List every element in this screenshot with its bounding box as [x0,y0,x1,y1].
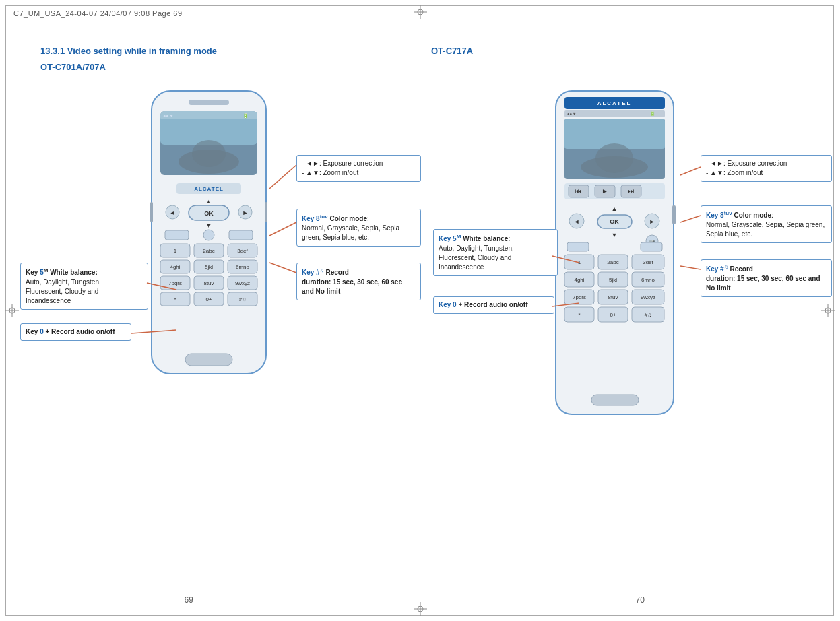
ra-key-left: Key 0 + Record audio on/off [26,328,115,335]
svg-text:►: ► [649,218,655,225]
svg-text:▲: ▲ [612,205,618,212]
svg-text:8tuv: 8tuv [203,280,214,286]
svg-text:🔋: 🔋 [243,112,249,119]
svg-rect-33 [165,230,189,240]
callout-color-mode-left: Key 8tuv Color mode: Normal, Grayscale, … [296,209,421,247]
callout-white-balance-right: Key 5M White balance: Auto, Daylight, Tu… [433,229,558,276]
svg-text:9wxyz: 9wxyz [235,280,250,286]
callout-record-audio-left: Key 0 + Record audio on/off [20,323,131,341]
svg-text:4ghi: 4ghi [574,277,584,283]
svg-text:OK: OK [610,218,619,225]
exposure-line1-right: - ◄►: Exposure correction [706,159,827,168]
divider-line [420,5,420,612]
svg-rect-120 [672,205,676,224]
svg-text:⏮: ⏮ [575,187,582,195]
svg-rect-119 [591,395,639,405]
svg-text:7pqrs: 7pqrs [168,280,182,286]
svg-text:1: 1 [578,259,581,265]
callout-exposure-right: - ◄►: Exposure correction - ▲▼: Zoom in/… [701,155,832,182]
svg-text:ALCATEL: ALCATEL [597,100,632,106]
svg-text:#♫: #♫ [239,296,246,302]
callout-record-duration-left: Key #♫ Recordduration: 15 sec, 30 sec, 6… [296,263,421,300]
callout-white-balance-left: Key 5M White balance: Auto, Daylight, Tu… [20,263,148,310]
svg-rect-60 [185,354,232,366]
svg-text:9wxyz: 9wxyz [641,294,655,300]
svg-point-75 [595,143,633,173]
phone-right-container: ALCATEL ●● ♥ 🔋 ⏮ ► ⏭ ▲ ◄ OK ► ▼ [552,88,677,420]
wb-key-left: Key 5M White balance: [26,269,98,276]
svg-text:ALCATEL: ALCATEL [194,186,224,192]
svg-text:0+: 0+ [610,312,616,318]
svg-text:3def: 3def [237,248,248,254]
section-title: 13.3.1 Video setting while in framing mo… [40,46,217,56]
svg-rect-93 [567,242,589,251]
svg-text:8tuv: 8tuv [608,294,618,300]
header-bar: C7_UM_USA_24-04-07 24/04/07 9:08 Page 69 [13,9,183,18]
svg-rect-24 [265,202,267,222]
svg-text:►: ► [243,209,249,216]
svg-text:▼: ▼ [612,232,618,238]
svg-text:OK: OK [204,210,214,217]
svg-text:*: * [578,312,580,318]
section-subtitle-right: OT-C717A [431,46,473,56]
svg-point-17 [192,140,226,167]
svg-text:4ghi: 4ghi [170,264,180,270]
reg-mark-left [5,304,19,317]
page-num-right: 70 [636,595,645,605]
phone-left-svg: ●● ♥ 🔋 ALCATEL ◄ OK ► ▲ ▼ 1 2abc 3def 4g [148,88,269,377]
exposure-line2-left: - ▲▼: Zoom in/out [302,168,416,178]
page-num-left: 69 [185,595,193,605]
svg-text:6mno: 6mno [641,277,655,283]
svg-text:▲: ▲ [206,198,212,205]
svg-text:1: 1 [174,248,177,254]
callout-record-audio-right: Key 0 + Record audio on/off [433,296,554,314]
svg-text:●● ♥: ●● ♥ [567,112,576,116]
reg-mark-right [821,304,835,317]
phone-right-svg: ALCATEL ●● ♥ 🔋 ⏮ ► ⏭ ▲ ◄ OK ► ▼ [552,88,677,418]
svg-rect-34 [229,230,253,240]
svg-text:0+: 0+ [205,296,212,302]
svg-text:5jkl: 5jkl [609,277,617,283]
svg-point-35 [203,230,214,240]
svg-text:▼: ▼ [206,222,212,229]
wb-text-left: Auto, Daylight, Tungsten,Fluorescent, Cl… [26,277,143,306]
svg-text:3def: 3def [643,259,653,265]
svg-text:⏭: ⏭ [628,187,635,195]
svg-text:►: ► [602,187,608,195]
svg-text:#♫: #♫ [645,312,651,318]
section-subtitle-left: OT-C701A/707A [40,62,106,72]
svg-text:🔋: 🔋 [650,111,655,117]
svg-text:◄: ◄ [170,209,176,216]
svg-text:7pqrs: 7pqrs [573,294,586,300]
exposure-line1-left: - ◄►: Exposure correction [302,159,416,168]
svg-rect-94 [641,242,662,251]
callout-color-mode-right: Key 8tuv Color mode: Normal, Grayscale, … [701,205,832,243]
svg-text:6mno: 6mno [236,264,250,270]
svg-text:2abc: 2abc [203,248,214,254]
phone-left-container: ●● ♥ 🔋 ALCATEL ◄ OK ► ▲ ▼ 1 2abc 3def 4g [148,88,269,379]
svg-rect-23 [150,202,153,222]
exposure-line2-right: - ▲▼: Zoom in/out [706,168,827,178]
svg-text:*: * [174,296,176,302]
header-text: C7_UM_USA_24-04-07 24/04/07 9:08 Page 69 [13,9,183,18]
callout-exposure-left: - ◄►: Exposure correction - ▲▼: Zoom in/… [296,155,421,182]
svg-text:5jkl: 5jkl [205,264,213,270]
callout-record-duration-right: Key #♫ Recordduration: 15 sec, 30 sec, 6… [701,259,832,297]
svg-rect-13 [189,100,229,105]
svg-text:●● ♥: ●● ♥ [163,113,173,118]
svg-text:◄: ◄ [574,218,580,225]
svg-text:2abc: 2abc [607,259,618,265]
